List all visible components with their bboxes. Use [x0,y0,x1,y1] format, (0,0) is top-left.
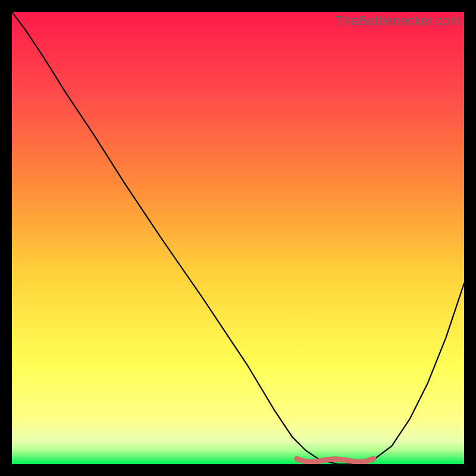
optimal-range-marker [297,459,374,462]
bottleneck-chart [12,12,464,464]
heat-gradient-bg [12,12,464,464]
chart-frame: TheBottleneсker.com [12,12,464,464]
